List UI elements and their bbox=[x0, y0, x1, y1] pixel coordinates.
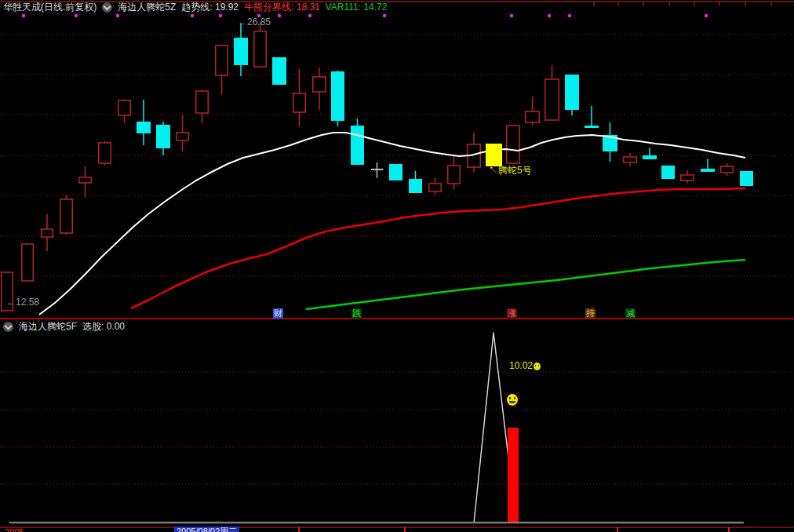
bull-bear-value: 牛熊分界线: 18.31 bbox=[244, 2, 320, 13]
sub-indicator-name[interactable]: 海边人腾蛇5F bbox=[19, 320, 77, 333]
var111-value: VAR111: 14.72 bbox=[326, 2, 388, 13]
watermark-stamps: 财跌涨持减 bbox=[0, 0, 794, 532]
signal-candle-label: ↖腾蛇5号 bbox=[489, 164, 532, 177]
stock-app-window: 华胜天成(日线.前复权) 海边人腾蛇5Z 趋势线: 19.92 牛熊分界线: 1… bbox=[0, 0, 794, 532]
chevron-down-icon[interactable] bbox=[102, 2, 112, 13]
sub-value-label: 10.02 bbox=[509, 360, 541, 371]
low-price-label: ←12.58 bbox=[6, 297, 39, 308]
sub-value-text: 10.02 bbox=[509, 360, 533, 371]
stamp-财: 财 bbox=[273, 308, 283, 319]
axis-year-label: 2005 bbox=[5, 527, 24, 532]
main-chart-header: 华胜天成(日线.前复权) 海边人腾蛇5Z 趋势线: 19.92 牛熊分界线: 1… bbox=[3, 2, 387, 13]
stamp-减: 减 bbox=[625, 308, 636, 319]
stamp-跌: 跌 bbox=[351, 308, 362, 319]
sub-chart-header: 海边人腾蛇5F 选股: 0.00 bbox=[3, 321, 125, 333]
high-price-label: ←26.85 bbox=[238, 16, 271, 27]
axis-date-label[interactable]: 2005/08/02周二 bbox=[174, 527, 239, 532]
mini-smiley-icon bbox=[534, 363, 541, 370]
stamp-持: 持 bbox=[585, 308, 596, 319]
smiley-icon bbox=[507, 394, 518, 406]
chevron-down-icon[interactable] bbox=[3, 322, 13, 332]
indicator-name[interactable]: 海边人腾蛇5Z bbox=[118, 2, 176, 13]
trend-value: 趋势线: 19.92 bbox=[181, 2, 239, 13]
stock-title: 华胜天成(日线.前复权) bbox=[3, 2, 97, 13]
select-value: 选股: 0.00 bbox=[82, 320, 125, 333]
stamp-涨: 涨 bbox=[507, 308, 517, 319]
